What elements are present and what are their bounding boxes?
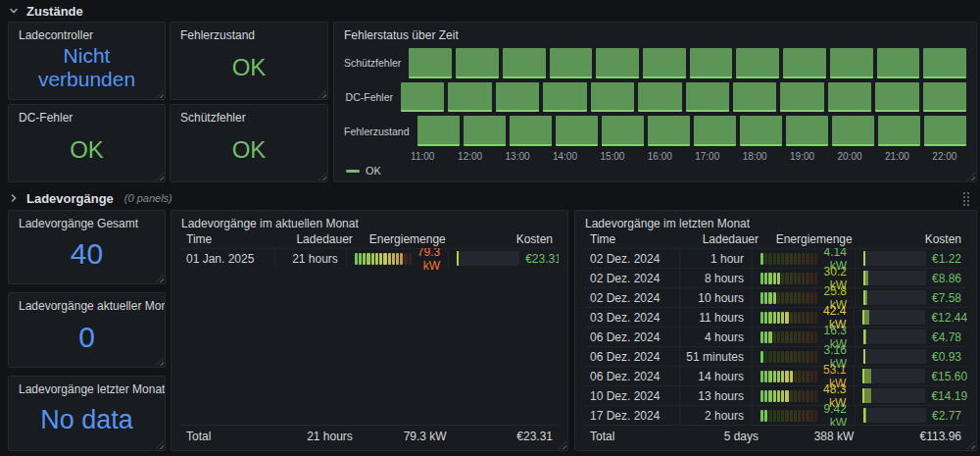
bar-gauge [863, 271, 926, 285]
legend-color-mark [346, 170, 360, 173]
status-cell-ok [648, 116, 690, 146]
panel-title[interactable]: Fehlerstatus über Zeit [334, 23, 976, 42]
kosten-value: €0.93 [932, 350, 961, 364]
status-blocks [417, 116, 966, 146]
total-ladedauer: 21 hours [281, 430, 361, 443]
status-cell-ok [877, 48, 920, 78]
cell-kosten: €8.86 [856, 269, 967, 287]
cell-time: 01 Jan. 2025 [180, 249, 275, 268]
status-cell-ok [832, 116, 874, 146]
table-row: 17 Dez. 20242 hours9.42 kW€2.77 [584, 405, 967, 425]
panel-schuetzfehler: Schützfehler OK [170, 104, 328, 182]
cell-ladedauer: 51 minutes [680, 347, 753, 366]
panel-table-letzter-monat: Ladevorgänge im letzten Monat Time Laded… [574, 210, 977, 451]
x-axis-tick: 20:00 [828, 151, 871, 162]
table-row: 02 Dez. 202410 hours25.8 kW€7.58 [584, 287, 967, 307]
status-cell-ok [924, 116, 966, 146]
panel-resize-handle[interactable] [559, 441, 566, 449]
status-cell-ok [596, 48, 639, 78]
status-cell-ok [417, 116, 460, 146]
status-cell-ok [875, 82, 918, 113]
panel-title[interactable]: Ladevorgänge aktueller Monat [9, 293, 165, 313]
status-series-label: Schützfehler [344, 48, 409, 78]
row-title: Ladevorgänge [26, 191, 114, 206]
panel-ladecontroller: Ladecontroller Nicht verbunden [8, 22, 166, 100]
kosten-value: €2.77 [932, 409, 961, 423]
status-cell-ok [638, 82, 681, 113]
column-header-time[interactable]: Time [180, 232, 281, 246]
cell-time: 03 Dez. 2024 [584, 308, 680, 327]
column-header-kosten[interactable]: Kosten [861, 232, 967, 246]
panel-title[interactable]: Ladecontroller [9, 23, 165, 42]
panel-title[interactable]: DC-Fehler [9, 105, 165, 125]
status-cell-ok [503, 48, 546, 78]
panel-title[interactable]: Fehlerzustand [171, 23, 327, 42]
status-cell-ok [510, 116, 552, 146]
table-row: 03 Dez. 202411 hours42.4 kW€12.44 [584, 307, 967, 327]
row-drag-handle-icon[interactable] [963, 192, 970, 207]
status-cell-ok [686, 82, 729, 113]
column-header-time[interactable]: Time [584, 232, 686, 246]
panel-resize-handle[interactable] [967, 173, 975, 180]
table-row: 06 Dez. 202414 hours53.1 kW€15.60 [584, 366, 967, 385]
panel-fehlerstatus-ueber-zeit: Fehlerstatus über Zeit SchützfehlerDC-Fe… [333, 22, 977, 182]
table-header-row: Time Ladedauer Energiemenge Kosten [584, 230, 967, 248]
column-header-energiemenge[interactable]: Energiemenge [361, 232, 455, 246]
panel-ladevorgaenge-gesamt: Ladevorgänge Gesamt 40 [8, 210, 166, 284]
status-series-row: DC-Fehler [344, 82, 966, 113]
panel-title[interactable]: Ladevorgänge im letzten Monat [575, 211, 976, 230]
led-gauge [760, 312, 817, 324]
status-cell-ok [690, 48, 733, 78]
led-gauge [760, 331, 817, 343]
cell-time: 06 Dez. 2024 [584, 328, 680, 346]
panel-title[interactable]: Ladevorgänge letzter Monat [9, 377, 165, 396]
led-gauge [760, 410, 817, 422]
status-series-row: Fehlerzustand [344, 116, 966, 146]
column-header-energiemenge[interactable]: Energiemenge [766, 232, 861, 246]
chevron-right-icon [8, 192, 20, 204]
kosten-value: €14.19 [931, 389, 967, 403]
total-label: Total [584, 430, 686, 443]
status-cell-ok [456, 48, 499, 78]
panel-title[interactable]: Ladevorgänge im aktuellen Monat [172, 211, 567, 230]
cell-kosten: €2.77 [856, 406, 967, 425]
status-cell-ok [740, 116, 782, 146]
column-header-ladedauer[interactable]: Ladedauer [281, 232, 361, 246]
stat-value: OK [15, 125, 159, 176]
total-label: Total [180, 430, 281, 443]
x-axis-tick: 17:00 [686, 151, 729, 162]
x-axis-tick: 14:00 [543, 151, 586, 162]
row-header-ladevorgaenge[interactable]: Ladevorgänge (0 panels) [8, 189, 172, 207]
kosten-value: €12.44 [931, 311, 967, 325]
table-body: 01 Jan. 202521 hours79.3 kW€23.31 [180, 248, 559, 426]
total-ladedauer: 5 days [686, 430, 766, 443]
legend-item-ok[interactable]: OK [346, 165, 381, 177]
panel-title[interactable]: Ladevorgänge Gesamt [9, 211, 165, 230]
cell-ladedauer: 2 hours [680, 406, 753, 425]
led-gauge [760, 292, 817, 304]
led-gauge [760, 351, 817, 363]
cell-kosten: €1.22 [856, 249, 967, 268]
row-header-zustaende[interactable]: Zustände [8, 2, 83, 20]
panel-resize-handle[interactable] [967, 441, 975, 449]
cell-ladedauer: 14 hours [680, 367, 753, 385]
table-total-row: Total 5 days 388 kW €113.96 [584, 425, 967, 447]
table-row: 01 Jan. 202521 hours79.3 kW€23.31 [180, 248, 559, 268]
status-cell-ok [783, 48, 826, 78]
led-gauge [355, 253, 412, 265]
table-header-row: Time Ladedauer Energiemenge Kosten [180, 230, 559, 248]
stat-value: OK [176, 125, 321, 176]
column-header-ladedauer[interactable]: Ladedauer [686, 232, 766, 246]
status-cell-ok [878, 116, 920, 146]
status-cell-ok [786, 116, 828, 146]
status-cell-ok [496, 82, 539, 113]
table-row: 06 Dez. 20244 hours16.3 kW€4.78 [584, 327, 967, 346]
x-axis-tick: 22:00 [923, 151, 966, 162]
status-blocks [401, 82, 966, 113]
column-header-kosten[interactable]: Kosten [455, 232, 559, 246]
status-blocks [409, 48, 966, 78]
x-axis-tick: 12:00 [448, 151, 491, 162]
panel-title[interactable]: Schützfehler [171, 105, 327, 125]
cell-kosten: €0.93 [856, 347, 967, 366]
x-axis-tick: 13:00 [496, 151, 539, 162]
